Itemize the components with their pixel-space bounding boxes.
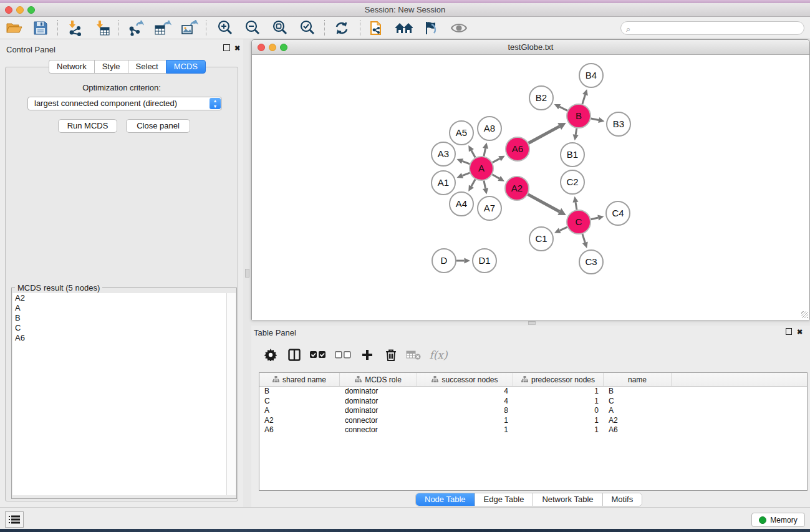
graph-edge-A-A1[interactable] bbox=[462, 173, 470, 175]
zoom-selected-icon[interactable] bbox=[298, 19, 317, 37]
graph-edge-A2-C[interactable] bbox=[528, 195, 560, 212]
export-table-icon[interactable] bbox=[153, 19, 172, 37]
zoom-in-icon[interactable] bbox=[216, 19, 234, 37]
float-panel-icon[interactable] bbox=[223, 44, 230, 51]
tab-network[interactable]: Network bbox=[49, 60, 94, 74]
table-settings-icon[interactable] bbox=[261, 346, 280, 364]
table-row[interactable]: Cdominator41C bbox=[259, 397, 807, 407]
run-mcds-button[interactable]: Run MCDS bbox=[58, 119, 117, 133]
table-cell[interactable]: C bbox=[259, 397, 340, 407]
graph-edge-A-A4[interactable] bbox=[471, 179, 475, 186]
graph-node-A2[interactable]: A2 bbox=[505, 177, 529, 200]
table-cell[interactable]: 1 bbox=[417, 416, 513, 426]
mcds-result-item[interactable]: A bbox=[12, 303, 228, 313]
table-cell[interactable]: 8 bbox=[417, 406, 513, 416]
tab-select[interactable]: Select bbox=[128, 60, 166, 74]
table-cell[interactable]: A bbox=[604, 406, 672, 416]
memory-button[interactable]: Memory bbox=[751, 513, 805, 527]
open-session-icon[interactable] bbox=[5, 19, 24, 37]
mcds-result-item[interactable]: C bbox=[12, 323, 228, 333]
close-window-button[interactable] bbox=[5, 6, 12, 14]
graph-edge-A-A3[interactable] bbox=[462, 161, 470, 163]
unselect-all-columns-icon[interactable] bbox=[334, 346, 352, 364]
column-header-shared-name[interactable]: shared name bbox=[259, 373, 340, 386]
import-network-icon[interactable] bbox=[66, 19, 85, 37]
graph-node-A7[interactable]: A7 bbox=[478, 196, 501, 220]
table-cell[interactable]: B bbox=[259, 387, 340, 397]
table-cell[interactable]: 1 bbox=[513, 387, 604, 397]
table-cell[interactable]: dominator bbox=[340, 387, 417, 397]
table-cell[interactable]: 1 bbox=[513, 416, 604, 426]
float-table-panel-icon[interactable] bbox=[786, 328, 792, 335]
table-cell[interactable]: A6 bbox=[259, 425, 340, 435]
details-toggle-icon[interactable] bbox=[421, 19, 440, 37]
graph-node-C3[interactable]: C3 bbox=[579, 250, 603, 274]
graph-node-A3[interactable]: A3 bbox=[432, 142, 455, 166]
table-cell[interactable]: A6 bbox=[604, 425, 672, 435]
table-cell[interactable]: 4 bbox=[417, 387, 513, 397]
search-field[interactable]: ⌕ bbox=[620, 21, 804, 35]
graph-edge-C-C1[interactable] bbox=[560, 227, 567, 230]
graph-node-C1[interactable]: C1 bbox=[529, 227, 553, 251]
tab-edge-table[interactable]: Edge Table bbox=[475, 493, 534, 506]
graph-node-B1[interactable]: B1 bbox=[561, 143, 584, 167]
select-all-columns-icon[interactable] bbox=[309, 346, 327, 364]
vertical-splitter[interactable] bbox=[243, 39, 251, 510]
close-panel-icon[interactable]: ✖ bbox=[234, 44, 240, 52]
export-image-icon[interactable] bbox=[180, 19, 199, 37]
splitter-handle[interactable] bbox=[528, 321, 536, 325]
network-canvas[interactable]: B4B2BB3A5A8A6A3B1AA1C2A2A4A7CC4C1C3DD1 bbox=[252, 56, 809, 320]
graph-edge-C-C3[interactable] bbox=[582, 234, 585, 243]
table-cell[interactable]: 4 bbox=[417, 397, 513, 407]
graph-edge-B-B2[interactable] bbox=[559, 107, 567, 110]
graph-edge-B-B1[interactable] bbox=[576, 128, 577, 135]
eye-icon[interactable] bbox=[450, 19, 468, 37]
graph-node-A1[interactable]: A1 bbox=[432, 171, 455, 195]
graph-edge-B-B3[interactable] bbox=[591, 118, 599, 120]
tab-style[interactable]: Style bbox=[94, 60, 128, 74]
export-network-icon[interactable] bbox=[127, 19, 145, 37]
table-cell[interactable]: A2 bbox=[259, 416, 340, 426]
refresh-icon[interactable] bbox=[332, 19, 351, 37]
column-header-predecessor-nodes[interactable]: predecessor nodes bbox=[513, 373, 604, 386]
graph-edge-A-A7[interactable] bbox=[484, 181, 486, 189]
delete-column-icon[interactable] bbox=[382, 346, 400, 364]
graph-node-B[interactable]: B bbox=[567, 104, 591, 128]
function-builder-icon[interactable]: f(x) bbox=[426, 346, 451, 364]
table-cell[interactable]: A2 bbox=[604, 416, 672, 426]
table-cell[interactable]: 1 bbox=[513, 425, 604, 435]
graph-edge-C-C4[interactable] bbox=[591, 218, 599, 220]
graph-edge-B-B4[interactable] bbox=[582, 95, 586, 104]
table-cell[interactable]: dominator bbox=[340, 397, 417, 407]
import-table-icon[interactable] bbox=[94, 19, 112, 37]
graph-edge-A-A6[interactable] bbox=[493, 158, 500, 162]
graph-node-D[interactable]: D bbox=[432, 249, 456, 273]
tab-mcds[interactable]: MCDS bbox=[166, 60, 206, 74]
minimize-window-button[interactable] bbox=[16, 6, 24, 14]
table-cell[interactable]: 1 bbox=[417, 425, 513, 435]
table-row[interactable]: A6connector11A6 bbox=[259, 425, 807, 435]
table-cell[interactable]: connector bbox=[340, 416, 417, 426]
zoom-fit-icon[interactable] bbox=[271, 19, 289, 37]
table-row[interactable]: Bdominator41B bbox=[259, 387, 807, 397]
search-input[interactable] bbox=[637, 22, 799, 34]
graph-node-B3[interactable]: B3 bbox=[607, 112, 630, 136]
tab-node-table[interactable]: Node Table bbox=[416, 493, 475, 506]
mcds-result-item[interactable]: A2 bbox=[12, 293, 228, 303]
close-view-button[interactable] bbox=[258, 44, 265, 51]
table-cell[interactable]: A bbox=[259, 406, 340, 416]
graph-node-B2[interactable]: B2 bbox=[529, 86, 553, 110]
table-cell[interactable]: connector bbox=[340, 425, 417, 435]
home-icon[interactable] bbox=[395, 19, 413, 37]
delete-table-icon[interactable] bbox=[404, 346, 423, 364]
criterion-dropdown[interactable]: largest connected component (directed) ▲… bbox=[27, 97, 222, 110]
zoom-window-button[interactable] bbox=[27, 6, 35, 14]
show-column-icon[interactable] bbox=[285, 346, 304, 364]
task-history-button[interactable] bbox=[5, 511, 24, 528]
close-panel-button[interactable]: Close panel bbox=[126, 119, 190, 133]
node-table[interactable]: shared nameMCDS rolesuccessor nodesprede… bbox=[259, 372, 808, 491]
column-header-MCDS-role[interactable]: MCDS role bbox=[340, 373, 417, 386]
mcds-result-item[interactable]: A6 bbox=[12, 333, 228, 343]
table-row[interactable]: Adominator80A bbox=[259, 406, 807, 416]
graph-node-C2[interactable]: C2 bbox=[561, 170, 584, 194]
